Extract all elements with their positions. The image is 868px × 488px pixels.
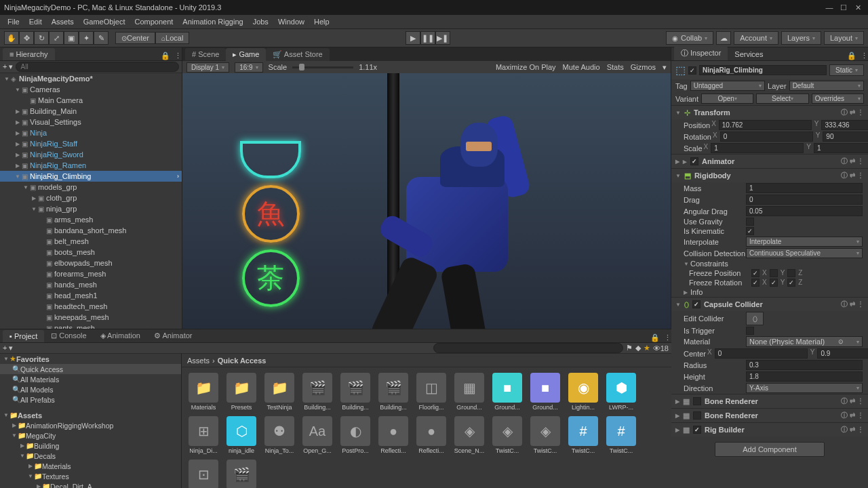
hierarchy-item[interactable]: ▣elbowpads_mesh — [0, 258, 182, 268]
rot-x[interactable] — [720, 131, 813, 142]
tab-project[interactable]: ▪ Project — [3, 330, 44, 342]
aspect-dropdown[interactable]: 16:9 — [235, 62, 262, 73]
hierarchy-item[interactable]: ▶▣NinjaRig_Ramen — [0, 160, 182, 171]
hierarchy-item[interactable]: ▣boots_mesh — [0, 247, 182, 258]
asset-item[interactable]: 📁TestNinja — [263, 373, 296, 411]
drag-field[interactable] — [746, 195, 863, 205]
folder-item[interactable]: ▶📁 Decal_Dirt_A — [0, 481, 181, 488]
menu-assets[interactable]: Assets — [47, 16, 78, 27]
overrides-dropdown[interactable]: Overrides — [812, 94, 864, 104]
asset-item[interactable]: ◈TwistC... — [491, 416, 524, 454]
interpolate-dropdown[interactable]: Interpolate — [746, 237, 863, 247]
minimize-icon[interactable]: — — [823, 3, 835, 12]
component-header[interactable]: ▶▦Bone Rendererⓘ ⇄ ⋮ — [671, 408, 868, 422]
capsule-header[interactable]: ▼⬯✓Capsule Colliderⓘ ⇄ ⋮ — [671, 297, 868, 311]
asset-item[interactable]: AaOpen_G... — [301, 416, 334, 454]
asset-grid[interactable]: 📁Materials📁Presets📁TestNinja🎬Building...… — [182, 367, 671, 488]
folder-item[interactable]: ▼📁 Decals — [0, 451, 181, 461]
rotate-tool-icon[interactable]: ↻ — [34, 31, 49, 45]
menu-window[interactable]: Window — [274, 16, 309, 27]
mute-audio[interactable]: Mute Audio — [563, 63, 600, 72]
pivot-toggle[interactable]: ⊙Center — [115, 32, 155, 44]
asset-item[interactable]: ⊡TwoBon... — [187, 460, 220, 488]
hierarchy-item[interactable]: ▼▣NinjaRig_Climbing› — [0, 171, 182, 182]
gizmos[interactable]: Gizmos — [631, 63, 656, 72]
tab-animator[interactable]: ⚙ Animator — [147, 329, 199, 342]
menu-gameobject[interactable]: GameObject — [79, 16, 130, 27]
hierarchy-item[interactable]: ▶▣NinjaRig_Sword — [0, 149, 182, 160]
scene-root[interactable]: ▼◈NinjaMegacityDemo* — [0, 73, 182, 84]
custom-tool-icon[interactable]: ✎ — [94, 31, 108, 45]
rot-y[interactable] — [823, 131, 868, 142]
close-icon[interactable]: ✕ — [852, 3, 864, 12]
hierarchy-item[interactable]: ▼▣Cameras — [0, 84, 182, 95]
open-button[interactable]: Open — [701, 94, 753, 104]
asset-item[interactable]: ◐PostPro... — [339, 416, 372, 454]
asset-item[interactable]: #TwistC... — [605, 416, 637, 454]
asset-item[interactable]: ●Reflecti... — [377, 416, 410, 454]
tab-animation[interactable]: ◈ Animation — [94, 329, 147, 342]
asset-item[interactable]: ◈TwistC... — [529, 416, 561, 454]
hierarchy-item[interactable]: ▣belt_mesh — [0, 236, 182, 247]
asset-item[interactable]: ●Reflecti... — [415, 416, 448, 454]
trigger-checkbox[interactable] — [746, 327, 754, 335]
asset-item[interactable]: ◈Scene_N... — [453, 416, 486, 454]
lock-icon[interactable]: 🔒 — [650, 333, 660, 342]
tab-console[interactable]: ⊡ Console — [44, 329, 93, 342]
create-dropdown[interactable]: + ▾ — [3, 344, 13, 352]
menu-animation rigging[interactable]: Animation Rigging — [178, 16, 247, 27]
folder-item[interactable]: ▼📁 MegaCity — [0, 430, 181, 441]
folder-item[interactable]: ▶📁 AnimationRiggingWorkshop — [0, 420, 181, 430]
hierarchy-item[interactable]: ▶▣Visual_Settings — [0, 117, 182, 127]
create-dropdown[interactable]: + ▾ — [3, 62, 13, 71]
lock-icon[interactable]: 🔒 — [847, 52, 856, 60]
asset-item[interactable]: ◫Floorlig... — [415, 373, 448, 411]
hierarchy-item[interactable]: ▶▣Building_Main — [0, 106, 182, 117]
asset-item[interactable]: ⊞Ninja_Di... — [187, 416, 220, 454]
tab-asset-store[interactable]: 🛒 Asset Store — [266, 48, 329, 61]
layout-dropdown[interactable]: Layout — [824, 31, 864, 45]
folder-item[interactable]: ▶📁 Materials — [0, 461, 181, 471]
scl-x[interactable] — [711, 143, 804, 153]
asset-item[interactable]: ■Ground... — [529, 373, 561, 411]
account-dropdown[interactable]: Account — [734, 31, 778, 45]
maximize-on-play[interactable]: Maximize On Play — [496, 63, 556, 72]
asset-item[interactable]: 📁Presets — [225, 373, 258, 411]
pos-y[interactable] — [821, 120, 868, 130]
component-header[interactable]: ▶▦Bone Rendererⓘ ⇄ ⋮ — [671, 394, 868, 408]
folder-item[interactable]: ▶📁 Building — [0, 441, 181, 451]
move-tool-icon[interactable]: ✥ — [19, 31, 34, 45]
hierarchy-item[interactable]: ▼▣ninja_grp — [0, 203, 182, 214]
menu-jobs[interactable]: Jobs — [249, 16, 273, 27]
kinematic-checkbox[interactable]: ✓ — [746, 227, 754, 235]
tag-dropdown[interactable]: Untagged — [690, 81, 765, 91]
direction-dropdown[interactable]: Y-Axis — [746, 383, 863, 393]
angdrag-field[interactable] — [746, 206, 863, 216]
fav-item[interactable]: 🔍 All Materials — [0, 374, 181, 384]
collab-dropdown[interactable]: ◉ Collab — [666, 31, 713, 45]
hierarchy-item[interactable]: ▣Main Camera — [0, 95, 182, 106]
fav-item[interactable]: 🔍 All Prefabs — [0, 394, 181, 405]
hierarchy-item[interactable]: ▣kneepads_mesh — [0, 312, 182, 323]
pos-x[interactable] — [719, 120, 812, 130]
cloud-icon[interactable]: ☁ — [716, 31, 731, 45]
hierarchy-item[interactable]: ▣forearms_mesh — [0, 268, 182, 279]
project-tree[interactable]: ▼★ Favorites🔍 Quick Access🔍 All Material… — [0, 354, 182, 488]
tab-game[interactable]: ▸ Game — [226, 48, 266, 61]
star-icon[interactable]: ★ — [644, 344, 650, 352]
menu-component[interactable]: Component — [130, 16, 177, 27]
fav-icon[interactable]: ◆ — [635, 344, 641, 352]
multi-tool-icon[interactable]: ✦ — [79, 31, 94, 45]
hierarchy-item[interactable]: ▼▣models_grp — [0, 182, 182, 192]
hidden-count[interactable]: 👁18 — [653, 344, 669, 352]
menu-file[interactable]: File — [3, 16, 24, 27]
hierarchy-item[interactable]: ▣hands_mesh — [0, 279, 182, 290]
add-component-button[interactable]: Add Component — [715, 442, 825, 457]
scale-slider[interactable] — [292, 66, 353, 68]
space-toggle[interactable]: ⌂Local — [155, 32, 189, 44]
animator-header[interactable]: ▶▸✓Animatorⓘ ⇄ ⋮ — [671, 154, 868, 168]
menu-edit[interactable]: Edit — [25, 16, 46, 27]
asset-item[interactable]: ◉Lightin... — [567, 373, 599, 411]
filter-icon[interactable]: ⚑ — [626, 344, 633, 352]
component-header[interactable]: ▶▦✓Rig Builderⓘ ⇄ ⋮ — [671, 422, 868, 436]
